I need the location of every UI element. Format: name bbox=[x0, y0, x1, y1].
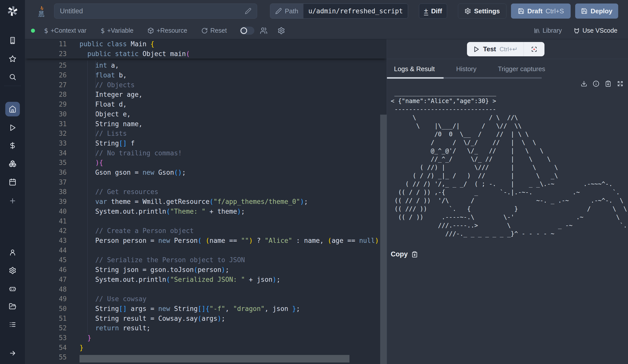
deploy-button[interactable]: Deploy bbox=[575, 4, 618, 19]
editor-vertical-scrollbar[interactable] bbox=[380, 115, 387, 364]
tab-logs-result[interactable]: Logs & Result bbox=[394, 65, 435, 73]
code-line-46[interactable]: 46 String json = gson.toJson(person); bbox=[25, 265, 387, 275]
sidebar-item-settings[interactable] bbox=[0, 267, 25, 274]
code-line-38[interactable]: 38 // Get resources bbox=[25, 187, 387, 197]
diff-button[interactable]: ± Diff bbox=[419, 4, 447, 19]
collaborators-button[interactable] bbox=[260, 27, 267, 34]
test-button[interactable]: Test Ctrl+↵ bbox=[467, 42, 524, 56]
draft-button[interactable]: Draft Ctrl+S bbox=[511, 4, 571, 19]
line-number: 45 bbox=[25, 256, 67, 264]
sidebar-item-plus[interactable] bbox=[0, 197, 25, 205]
capture-run-button[interactable] bbox=[524, 42, 544, 56]
code-line-26[interactable]: 26 float b, bbox=[25, 70, 387, 80]
use-vscode-button[interactable]: Use VScode bbox=[573, 27, 617, 34]
settings-button[interactable]: Settings bbox=[458, 4, 506, 19]
add-context-var-button[interactable]: $ +Context var bbox=[44, 27, 87, 34]
reset-button[interactable]: Reset bbox=[201, 27, 227, 34]
code-line-31[interactable]: 31 String name, bbox=[25, 119, 387, 129]
code-line-28[interactable]: 28 Integer age, bbox=[25, 90, 387, 100]
tab-trigger-captures[interactable]: Trigger captures bbox=[498, 65, 545, 73]
copy-result-button[interactable]: Copy bbox=[391, 250, 628, 258]
code-text: Float d, bbox=[80, 101, 127, 108]
search-icon bbox=[9, 73, 16, 81]
editor-horizontal-scrollbar[interactable] bbox=[80, 355, 349, 362]
windmill-logo[interactable] bbox=[0, 0, 25, 22]
code-editor[interactable]: 25 int a,26 float b,27 // Objects28 Inte… bbox=[25, 39, 387, 364]
copy-label: Copy bbox=[391, 250, 408, 258]
indent-guide bbox=[96, 61, 96, 158]
sticky-scroll-header[interactable]: 11public class Main {23 public static Ob… bbox=[25, 39, 387, 59]
expand-result-icon[interactable] bbox=[617, 80, 623, 87]
tabs-underline bbox=[444, 77, 542, 79]
editor-settings-button[interactable] bbox=[278, 27, 285, 34]
code-line-35[interactable]: 35 ){ bbox=[25, 158, 387, 168]
download-result-icon[interactable] bbox=[581, 80, 587, 87]
sidebar-item-calendar[interactable] bbox=[0, 178, 25, 186]
code-line-45[interactable]: 45 // Serialize the Person object to JSO… bbox=[25, 255, 387, 265]
test-shortcut: Ctrl+↵ bbox=[500, 46, 518, 53]
code-line-40[interactable]: 40 System.out.println("Theme: " + theme)… bbox=[25, 207, 387, 216]
copy-to-clipboard-icon[interactable] bbox=[605, 80, 611, 87]
add-resource-button[interactable]: +Resource bbox=[147, 27, 187, 34]
sidebar-item-home[interactable] bbox=[0, 102, 25, 116]
sidebar-item-dollar[interactable] bbox=[0, 142, 25, 149]
sidebar-item-folder-open[interactable] bbox=[0, 303, 25, 310]
sidebar-item-building[interactable] bbox=[0, 37, 25, 44]
line-number: 39 bbox=[25, 198, 67, 205]
line-number: 50 bbox=[25, 305, 67, 312]
assistant-toggle[interactable] bbox=[240, 27, 254, 35]
code-text: Integer age, bbox=[80, 91, 142, 98]
code-line-39[interactable]: 39 var theme = Wmill.getResource("f/app_… bbox=[25, 197, 387, 207]
code-line-48[interactable]: 48 bbox=[25, 284, 387, 294]
code-line-44[interactable]: 44 bbox=[25, 245, 387, 255]
code-text: } bbox=[80, 344, 84, 351]
code-line-36[interactable]: 36 Gson gson = new Gson(); bbox=[25, 168, 387, 177]
line-number: 36 bbox=[25, 169, 67, 176]
code-line-11[interactable]: 11public class Main { bbox=[25, 39, 387, 49]
line-number: 30 bbox=[25, 110, 67, 118]
code-text: // Objects bbox=[80, 81, 135, 89]
code-line-37[interactable]: 37 bbox=[25, 177, 387, 187]
sidebar-item-star[interactable] bbox=[0, 55, 25, 63]
code-line-41[interactable]: 41 bbox=[25, 216, 387, 226]
edit-title-pencil-icon[interactable] bbox=[245, 8, 251, 14]
library-button[interactable]: Library bbox=[534, 27, 562, 34]
code-text: // Serialize the Person object to JSON bbox=[80, 256, 245, 264]
code-line-27[interactable]: 27 // Objects bbox=[25, 80, 387, 90]
code-line-47[interactable]: 47 System.out.println("Serialized JSON: … bbox=[25, 275, 387, 284]
code-line-32[interactable]: 32 // Lists bbox=[25, 129, 387, 139]
code-line-53[interactable]: 53 } bbox=[25, 333, 387, 343]
sidebar-item-search[interactable] bbox=[0, 73, 25, 81]
path-field[interactable]: Path u/admin/refreshed_script bbox=[270, 4, 408, 19]
code-line-29[interactable]: 29 Float d, bbox=[25, 100, 387, 109]
code-line-23[interactable]: 23 public static Object main( bbox=[25, 49, 387, 59]
code-line-25[interactable]: 25 int a, bbox=[25, 61, 387, 70]
code-line-43[interactable]: 43 Person person = new Person( (name == … bbox=[25, 236, 387, 246]
sidebar-item-arrow-right[interactable] bbox=[0, 349, 25, 357]
path-label-segment[interactable]: Path bbox=[270, 4, 303, 18]
tab-history[interactable]: History bbox=[456, 65, 477, 73]
code-line-33[interactable]: 33 String[] f bbox=[25, 139, 387, 148]
sidebar-item-bot[interactable] bbox=[0, 285, 25, 292]
code-line-51[interactable]: 51 String result = Cowsay.say(args); bbox=[25, 313, 387, 323]
line-number: 41 bbox=[25, 217, 67, 225]
line-number: 11 bbox=[25, 40, 67, 48]
sidebar-item-user[interactable] bbox=[0, 249, 25, 256]
arrow-right-icon bbox=[9, 349, 16, 357]
script-title-input[interactable]: Untitled bbox=[54, 4, 257, 19]
sidebar-item-play[interactable] bbox=[0, 124, 25, 131]
sidebar-item-list[interactable] bbox=[0, 321, 25, 328]
code-line-34[interactable]: 34 // No trailing commas! bbox=[25, 148, 387, 158]
test-split-button[interactable]: Test Ctrl+↵ bbox=[467, 42, 544, 56]
code-line-54[interactable]: 54} bbox=[25, 343, 387, 352]
folder-open-icon bbox=[9, 303, 16, 310]
code-line-52[interactable]: 52 return result; bbox=[25, 323, 387, 333]
clipboard-icon bbox=[411, 251, 418, 258]
code-line-42[interactable]: 42 // Create a Person object bbox=[25, 226, 387, 236]
code-line-50[interactable]: 50 String[] args = new String[]{"-f", "d… bbox=[25, 304, 387, 314]
code-line-30[interactable]: 30 Object e, bbox=[25, 109, 387, 119]
info-icon[interactable] bbox=[593, 80, 599, 87]
add-variable-button[interactable]: $ +Variable bbox=[101, 27, 134, 34]
code-line-49[interactable]: 49 // Use cowsay bbox=[25, 294, 387, 304]
sidebar-item-boxes[interactable] bbox=[0, 160, 25, 167]
